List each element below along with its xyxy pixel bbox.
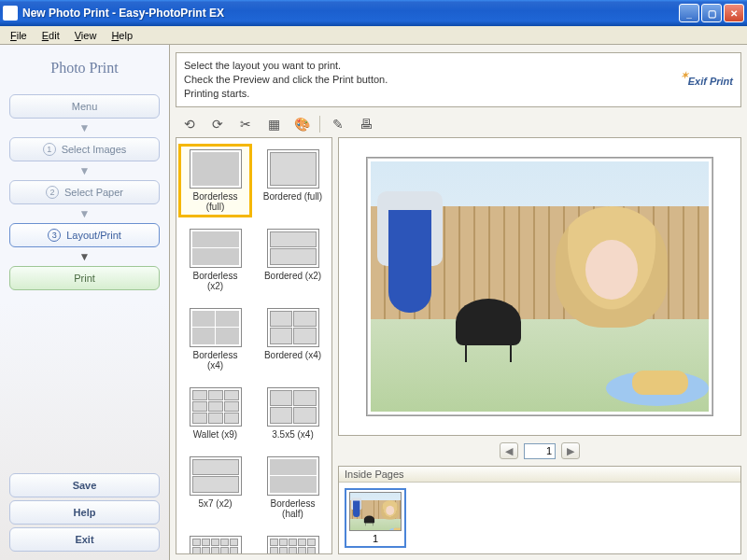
inside-page-thumb[interactable]: 1 [345, 488, 406, 548]
layout-label: Borderless (x2) [185, 271, 247, 291]
layout-option[interactable]: Grid (x20) [256, 530, 330, 554]
page-number-input[interactable] [524, 443, 556, 459]
prev-page-button[interactable]: ◀ [500, 442, 518, 459]
layout-option[interactable]: Borderless (half) [256, 451, 330, 525]
layout-label: 5x7 (x2) [198, 498, 232, 509]
layout-option[interactable]: 5x7 (x2) [178, 451, 252, 525]
layout-option[interactable]: Wallet (x9) [178, 382, 252, 445]
sidebar-title: Photo Print [9, 60, 160, 77]
toolbar: ⟲ ⟳ ✂ ▦ 🎨 ✎ 🖶 [170, 111, 747, 137]
minimize-button[interactable]: _ [679, 4, 699, 22]
layout-option[interactable]: Borderless (x4) [178, 302, 252, 376]
rotate-right-icon[interactable]: ⟳ [207, 114, 228, 134]
maximize-button[interactable]: ▢ [701, 4, 722, 22]
inside-pages-panel: Inside Pages [338, 466, 741, 554]
layout-option[interactable]: Borderless (full) [178, 144, 252, 217]
instruction-line: Check the Preview and click the Print bu… [184, 73, 388, 87]
layout-label: Borderless (half) [262, 498, 324, 519]
layout-label: Bordered (full) [263, 191, 322, 202]
menu-bar: File Edit View Help [0, 26, 747, 45]
instruction-line: Select the layout you want to print. [184, 59, 388, 73]
menu-help[interactable]: Help [105, 28, 139, 43]
layout-label: Bordered (x2) [264, 271, 321, 281]
arrow-icon: ▼ [9, 207, 160, 220]
exit-button[interactable]: Exit [9, 527, 160, 552]
main-area: Select the layout you want to print. Che… [170, 45, 747, 560]
menu-edit[interactable]: Edit [35, 28, 66, 43]
toolbar-separator [319, 116, 320, 133]
layout-label: Bordered (x4) [264, 350, 321, 360]
preview-area [338, 137, 741, 436]
step-select-images[interactable]: 1Select Images [9, 137, 160, 161]
print-button[interactable]: Print [9, 266, 160, 290]
instruction-panel: Select the layout you want to print. Che… [176, 52, 741, 107]
layout-option[interactable]: Bordered (full) [256, 144, 330, 217]
arrow-icon: ▼ [9, 164, 160, 177]
arrow-icon: ▼ [9, 121, 160, 134]
next-page-button[interactable]: ▶ [561, 442, 580, 459]
inside-thumb-label: 1 [373, 533, 378, 544]
step-layout-print[interactable]: 3Layout/Print [9, 223, 160, 247]
rotate-left-icon[interactable]: ⟲ [179, 114, 200, 134]
title-bar: New Photo Print - Easy-PhotoPrint EX _ ▢… [0, 0, 747, 26]
step-select-paper[interactable]: 2Select Paper [9, 180, 160, 204]
layout-list[interactable]: Borderless (full)Bordered (full)Borderle… [176, 137, 332, 554]
layout-label: Borderless (x4) [185, 350, 247, 371]
close-button[interactable]: ✕ [724, 4, 744, 22]
save-button[interactable]: Save [9, 473, 160, 497]
layout-option[interactable]: Bordered (x4) [256, 302, 330, 376]
layout-label: 3.5x5 (x4) [272, 429, 313, 440]
menu-button[interactable]: Menu [9, 94, 160, 119]
layout-option[interactable]: Borderless (x2) [178, 223, 252, 297]
crop-icon[interactable]: ✂ [235, 114, 256, 134]
date-icon[interactable]: ▦ [263, 114, 284, 134]
page-navigator: ◀ ▶ [338, 440, 741, 462]
layout-option[interactable]: Grid (x20) [178, 530, 252, 554]
exif-print-logo: ✶Exif Print [681, 70, 733, 90]
menu-view[interactable]: View [68, 28, 104, 43]
preview-page[interactable] [366, 157, 713, 416]
help-button[interactable]: Help [9, 500, 160, 525]
print-settings-icon[interactable]: 🖶 [356, 114, 376, 134]
layout-label: Wallet (x9) [193, 429, 237, 440]
layout-option[interactable]: Bordered (x2) [256, 223, 330, 297]
color-adjust-icon[interactable]: 🎨 [291, 114, 312, 134]
layout-label: Borderless (full) [185, 191, 247, 212]
layout-option[interactable]: 3.5x5 (x4) [256, 382, 330, 445]
inside-pages-title: Inside Pages [339, 467, 740, 483]
menu-file[interactable]: File [4, 28, 34, 43]
edit-page-icon[interactable]: ✎ [328, 114, 348, 134]
app-icon [3, 6, 18, 21]
instruction-line: Printing starts. [184, 87, 388, 101]
arrow-icon: ▼ [9, 250, 160, 263]
window-title: New Photo Print - Easy-PhotoPrint EX [22, 7, 679, 20]
sidebar: Photo Print Menu ▼ 1Select Images ▼ 2Sel… [0, 45, 170, 560]
